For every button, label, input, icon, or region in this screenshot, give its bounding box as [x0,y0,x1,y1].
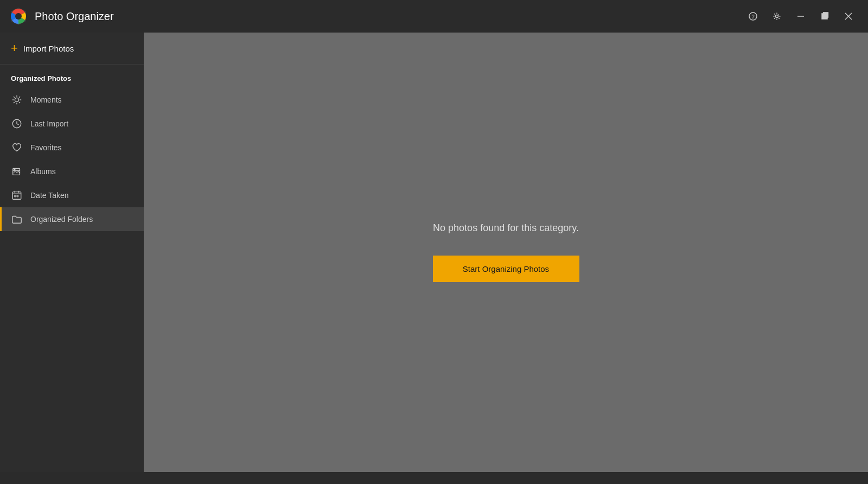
svg-text:?: ? [751,14,755,20]
title-bar: Photo Organizer ? [0,0,868,33]
svg-rect-31 [17,195,18,197]
date-taken-label: Date Taken [30,191,69,200]
svg-line-22 [17,124,19,125]
help-icon: ? [749,12,757,21]
start-organizing-button[interactable]: Start Organizing Photos [433,256,579,282]
sidebar: + Import Photos Organized Photos [0,33,144,472]
sidebar-item-date-taken[interactable]: Date Taken [0,183,144,207]
favorites-label: Favorites [30,143,62,152]
folder-icon [11,213,23,225]
settings-button[interactable] [766,5,788,27]
svg-point-1 [15,13,22,20]
minimize-button[interactable] [790,5,812,27]
svg-line-17 [19,102,20,103]
moments-icon [11,94,23,106]
close-icon [844,12,853,21]
svg-rect-8 [824,12,828,17]
svg-point-4 [776,15,778,18]
sidebar-nav: Moments Last Import [0,88,144,231]
albums-icon [11,165,23,177]
empty-message: No photos found for this category. [433,222,579,234]
settings-icon [773,12,781,21]
last-import-label: Last Import [30,119,68,128]
sidebar-item-organized-folders[interactable]: Organized Folders [0,207,144,231]
svg-rect-30 [14,195,16,197]
svg-point-25 [14,169,15,170]
svg-point-11 [15,98,18,101]
clock-icon [11,118,23,130]
organized-folders-label: Organized Folders [30,215,93,224]
import-photos-label: Import Photos [23,44,74,53]
albums-label: Albums [30,167,56,176]
help-button[interactable]: ? [742,5,764,27]
app-title: Photo Organizer [35,10,114,23]
import-plus-icon: + [11,42,18,54]
sidebar-item-last-import[interactable]: Last Import [0,112,144,136]
heart-icon [11,142,23,154]
minimize-icon [796,12,805,21]
sidebar-item-albums[interactable]: Albums [0,160,144,183]
calendar-icon [11,189,23,201]
sidebar-item-favorites[interactable]: Favorites [0,136,144,160]
maximize-icon [820,12,829,21]
app-logo-icon [9,7,28,26]
svg-line-16 [14,97,15,98]
svg-line-18 [19,97,20,98]
bottom-bar [0,472,868,484]
title-bar-left: Photo Organizer [9,7,114,26]
moments-label: Moments [30,95,62,104]
import-photos-button[interactable]: + Import Photos [0,33,144,65]
sidebar-section-title: Organized Photos [0,65,144,88]
svg-line-19 [14,102,15,103]
main-layout: + Import Photos Organized Photos [0,33,868,472]
content-area: No photos found for this category. Start… [144,33,868,472]
close-button[interactable] [838,5,859,27]
sidebar-item-moments[interactable]: Moments [0,88,144,112]
title-bar-controls: ? [742,5,859,27]
maximize-button[interactable] [814,5,835,27]
